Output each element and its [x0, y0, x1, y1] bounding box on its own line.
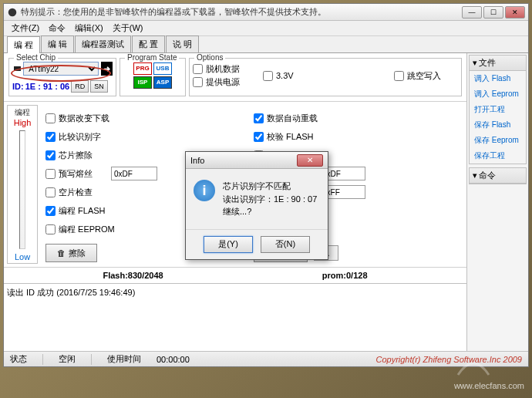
load-flash[interactable]: 调入 Flash [470, 71, 526, 86]
dialog-title: Info [190, 156, 297, 165]
yes-button[interactable]: 是(Y) [204, 236, 253, 253]
title-text: 特别提示：您使用的是非智峰软件的编程器或下载器，智峰软件不提供技术支持。 [21, 6, 462, 18]
tab-help[interactable]: 说 明 [166, 35, 199, 52]
erase-icon: 🗑 [57, 248, 66, 258]
dialog-line3: 继续...? [223, 205, 317, 218]
skip-label: 跳空写入 [407, 70, 441, 82]
tab-edit[interactable]: 编 辑 [41, 35, 74, 52]
chip-icon [12, 63, 21, 74]
dialog-line2: 读出识别字：1E : 90 : 07 [223, 193, 317, 206]
save-project[interactable]: 保存工程 [470, 148, 526, 164]
sn-button[interactable]: SN [90, 80, 108, 93]
app-icon [7, 7, 18, 18]
window-controls: — ☐ ✕ [462, 6, 525, 19]
usage-time: 00:00:00 [157, 355, 190, 364]
top-section: Select Chip ATtiny22 ➜ ID: 1E : 91 : 06 … [4, 53, 466, 102]
options-title: Options [194, 53, 225, 62]
rd-button[interactable]: RD [71, 80, 89, 93]
menu-file[interactable]: 文件(Z) [7, 21, 44, 35]
copyright: Copyright(r) Zhifeng Software.Inc 2009 [375, 355, 522, 364]
file-sidegroup: ▾文件 调入 Flash 调入 Eeprom 打开工程 保存 Flash 保存 … [469, 55, 527, 164]
skip-checkbox[interactable] [394, 71, 404, 81]
isp-icon: ISP [133, 76, 152, 89]
save-eeprom[interactable]: 保存 Eeprom [470, 133, 526, 148]
ck-compare-id[interactable] [45, 132, 56, 142]
save-flash[interactable]: 保存 Flash [470, 117, 526, 133]
options-group: Options 脱机数据 提供电源 3.3V 跳空写入 [189, 58, 462, 96]
menubar: 文件(Z) 命令 编辑(X) 关于(W) [4, 21, 528, 36]
prg-icon: PRG [133, 62, 152, 75]
status-label: 状态 [10, 353, 27, 365]
load-eeprom[interactable]: 调入 Eeprom [470, 86, 526, 102]
no-button[interactable]: 否(N) [261, 236, 310, 253]
svg-rect-1 [14, 66, 21, 71]
cmd-sidegroup: ▾命令 [469, 167, 527, 184]
progress-group: 编程 High Low [7, 105, 38, 264]
usage-label: 使用时间 [107, 353, 141, 365]
erase-button[interactable]: 🗑擦除 [45, 244, 97, 262]
ck-change-dl[interactable] [45, 113, 56, 123]
v33-checkbox[interactable] [263, 71, 273, 81]
dialog-text: 芯片识别字不匹配 读出识别字：1E : 90 : 07 继续...? [223, 180, 317, 218]
prefuse-hex[interactable] [111, 167, 157, 180]
id-value: 1E : 91 : 06 [25, 82, 69, 91]
ck-prog-flash[interactable] [45, 206, 56, 216]
info-icon: i [194, 180, 215, 201]
watermark-text: www.elecfans.com [454, 381, 524, 390]
chip-select[interactable]: ATtiny22 [23, 62, 99, 76]
program-state-group: Program State PRG USB ISP ASP [120, 58, 186, 96]
cmd-group-title: ▾命令 [470, 168, 526, 184]
maximize-button[interactable]: ☐ [483, 6, 503, 19]
chip-group-title: Select Chip [14, 53, 58, 62]
flash-info: Flash:830/2048 prom:0/128 [4, 267, 466, 283]
ck-prefuse[interactable] [45, 169, 56, 179]
ck-autoreload[interactable] [254, 113, 264, 123]
ck-prog-eeprom[interactable] [45, 224, 56, 234]
power-checkbox[interactable] [193, 77, 203, 87]
tabbar: 编 程 编 辑 编程器测试 配 置 说 明 [4, 36, 528, 53]
menu-edit[interactable]: 编辑(X) [70, 21, 108, 35]
dialog-body: i 芯片识别字不匹配 读出识别字：1E : 90 : 07 继续...? [186, 169, 328, 229]
ck-blank[interactable] [45, 187, 56, 197]
chip-group: Select Chip ATtiny22 ➜ ID: 1E : 91 : 06 … [8, 58, 116, 96]
status-idle: 空闲 [59, 353, 76, 365]
tab-program[interactable]: 编 程 [7, 36, 40, 53]
chip-go-button[interactable]: ➜ [101, 62, 113, 76]
collapse-icon[interactable]: ▾ [473, 170, 477, 180]
high-label: High [14, 118, 32, 127]
id-label: ID: [12, 82, 24, 91]
asp-icon: ASP [153, 76, 172, 89]
dialog-titlebar[interactable]: Info ✕ [186, 152, 328, 169]
collapse-icon[interactable]: ▾ [473, 58, 477, 68]
prgstate-title: Program State [125, 53, 179, 62]
power-label: 提供电源 [206, 76, 240, 88]
ck-erase[interactable] [45, 150, 56, 160]
file-group-title: ▾文件 [470, 56, 526, 71]
v33-label: 3.3V [276, 71, 294, 80]
log-area[interactable]: 读出 ID 成功 (2016/7/25 19:46:49) [4, 283, 466, 351]
flash-size: Flash:830/2048 [103, 271, 163, 280]
right-sidebar: ▾文件 调入 Flash 调入 Eeprom 打开工程 保存 Flash 保存 … [466, 53, 528, 351]
eeprom-size: prom:0/128 [322, 271, 368, 280]
open-project[interactable]: 打开工程 [470, 102, 526, 117]
prog-title: 编程 [12, 107, 32, 118]
tab-config[interactable]: 配 置 [132, 35, 165, 52]
ck-verify-flash[interactable] [254, 132, 264, 142]
progress-bar [19, 130, 25, 249]
low-label: Low [15, 252, 30, 261]
close-button[interactable]: ✕ [505, 6, 525, 19]
menu-cmd[interactable]: 命令 [44, 21, 70, 35]
dialog-close-button[interactable]: ✕ [297, 154, 323, 167]
titlebar: 特别提示：您使用的是非智峰软件的编程器或下载器，智峰软件不提供技术支持。 — ☐… [4, 4, 528, 21]
tab-test[interactable]: 编程器测试 [75, 35, 131, 52]
log-line: 读出 ID 成功 (2016/7/25 19:46:49) [7, 287, 463, 298]
usb-icon: USB [153, 62, 172, 75]
dialog-buttons: 是(Y) 否(N) [186, 229, 328, 259]
menu-about[interactable]: 关于(W) [108, 21, 148, 35]
offline-checkbox[interactable] [193, 64, 203, 74]
dialog-line1: 芯片识别字不匹配 [223, 180, 317, 193]
minimize-button[interactable]: — [462, 6, 482, 19]
statusbar: 状态 空闲 使用时间 00:00:00 Copyright(r) Zhifeng… [4, 351, 528, 366]
svg-point-0 [8, 8, 17, 16]
offline-label: 脱机数据 [206, 63, 240, 75]
